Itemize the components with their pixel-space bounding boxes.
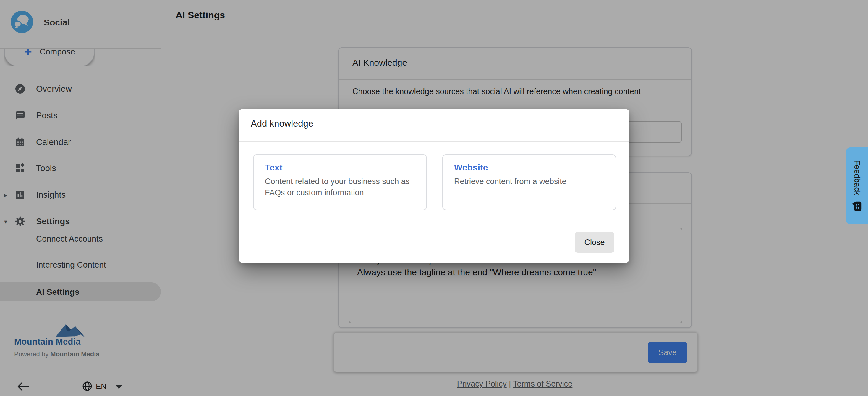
modal-footer-divider: [239, 223, 629, 223]
close-button[interactable]: Close: [575, 232, 614, 253]
feedback-smiley-icon: [851, 200, 863, 211]
app-root: Social Compose Overview Posts: [0, 0, 868, 396]
feedback-tab[interactable]: Feedback: [846, 147, 868, 224]
option-title: Text: [265, 162, 282, 172]
option-description: Retrieve content from a website: [454, 176, 607, 187]
modal-title: Add knowledge: [251, 118, 313, 129]
option-description: Content related to your business such as…: [265, 176, 418, 198]
knowledge-option-website[interactable]: Website Retrieve content from a website: [442, 154, 616, 210]
modal-header-divider: [239, 141, 629, 142]
feedback-label: Feedback: [852, 160, 862, 195]
add-knowledge-modal: Add knowledge Text Content related to yo…: [239, 109, 629, 263]
knowledge-option-text[interactable]: Text Content related to your business su…: [253, 154, 427, 210]
option-title: Website: [454, 162, 488, 172]
